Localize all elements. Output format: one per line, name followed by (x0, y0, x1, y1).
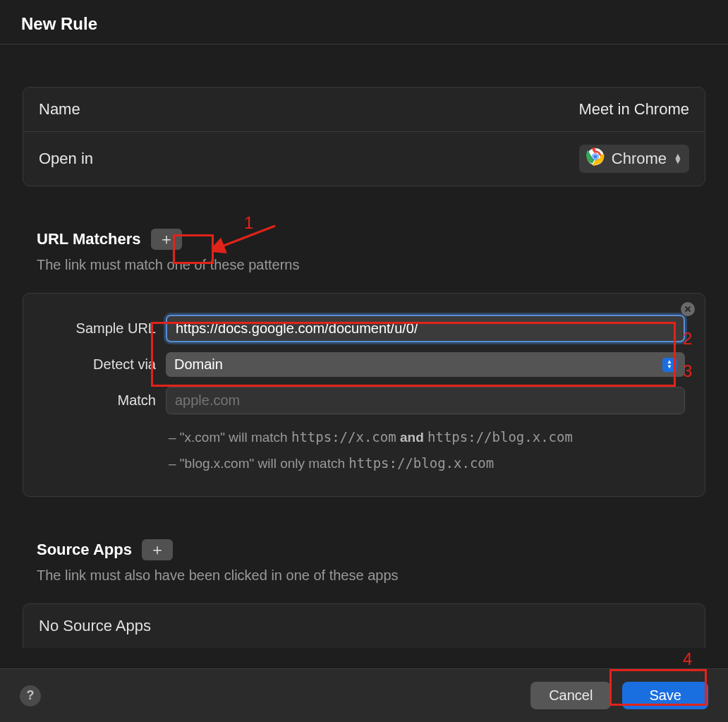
add-source-app-button[interactable]: ＋ (142, 539, 173, 560)
openin-label: Open in (39, 150, 93, 168)
plus-icon: ＋ (159, 229, 174, 250)
svg-point-3 (593, 155, 597, 159)
help-button[interactable]: ? (20, 685, 41, 706)
detect-via-label: Detect via (43, 356, 156, 373)
name-row[interactable]: Name Meet in Chrome (23, 88, 705, 131)
source-apps-section: Source Apps ＋ The link must also have be… (23, 539, 705, 648)
name-value: Meet in Chrome (578, 100, 689, 119)
question-icon: ? (27, 688, 35, 703)
url-matchers-title: URL Matchers (37, 230, 141, 248)
detect-via-select[interactable]: Domain ▲▼ (166, 352, 685, 377)
source-apps-title: Source Apps (37, 541, 132, 559)
cancel-button[interactable]: Cancel (530, 682, 611, 709)
openin-selector[interactable]: Chrome ▲▼ (579, 145, 689, 173)
sample-url-label: Sample URL (43, 320, 156, 337)
matcher-card: Sample URL Detect via Domain ▲▼ M (23, 293, 705, 497)
match-label: Match (43, 392, 156, 409)
sample-url-input[interactable] (166, 315, 685, 342)
name-label: Name (39, 100, 80, 119)
match-hints: – "x.com" will match https://x.com and h… (43, 424, 685, 476)
source-apps-subtitle: The link must also have been clicked in … (23, 567, 705, 584)
chevron-updown-icon: ▲▼ (674, 154, 682, 164)
dialog-content: Name Meet in Chrome Open in Chro (0, 44, 728, 662)
openin-value: Chrome (612, 150, 667, 168)
url-matchers-subtitle: The link must match one of these pattern… (23, 257, 705, 273)
source-apps-empty-card: No Source Apps (23, 603, 705, 648)
dialog-footer: ? Cancel Save (0, 668, 728, 722)
source-apps-empty-text: No Source Apps (39, 617, 151, 634)
close-icon[interactable] (681, 302, 695, 316)
dialog-header: New Rule (0, 0, 728, 44)
dialog-title: New Rule (21, 14, 707, 34)
openin-row[interactable]: Open in Chrome ▲▼ (23, 131, 705, 186)
chevron-updown-icon: ▲▼ (662, 358, 677, 372)
add-matcher-button[interactable]: ＋ (151, 229, 182, 250)
chrome-icon (586, 148, 605, 170)
plus-icon: ＋ (150, 539, 165, 560)
rule-summary-card: Name Meet in Chrome Open in Chro (23, 87, 705, 186)
url-matchers-section: URL Matchers ＋ The link must match one o… (23, 229, 705, 497)
detect-via-value: Domain (174, 356, 223, 373)
match-input[interactable] (166, 387, 685, 414)
save-button[interactable]: Save (622, 682, 708, 709)
